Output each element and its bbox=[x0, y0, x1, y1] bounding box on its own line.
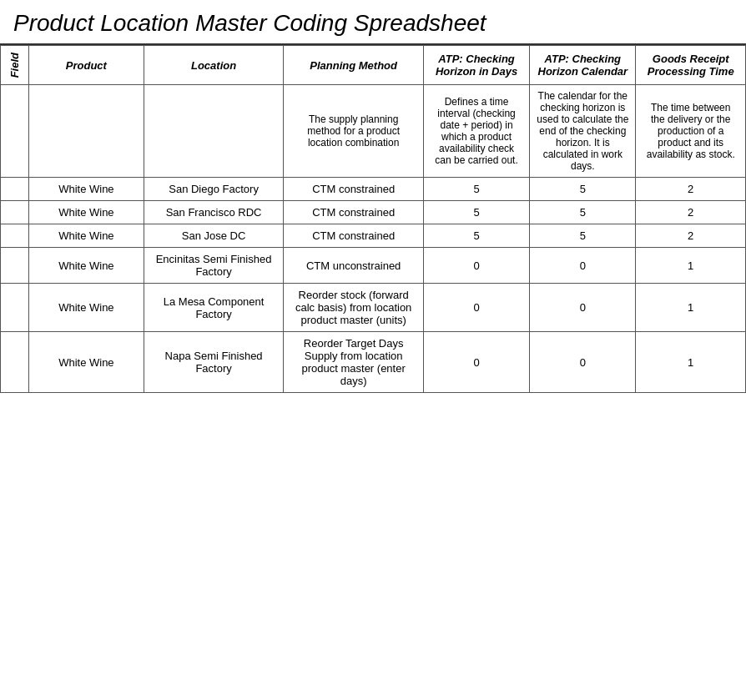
desc-location bbox=[144, 85, 284, 178]
row-atp-days: 0 bbox=[423, 248, 529, 284]
description-label-cell: Description bbox=[1, 85, 29, 178]
row-location: Encinitas Semi Finished Factory bbox=[144, 248, 284, 284]
table-row: White WineSan Jose DCCTM constrained552 bbox=[1, 224, 746, 248]
row-atp-days: 5 bbox=[423, 178, 529, 201]
row-atp-calendar: 5 bbox=[530, 178, 636, 201]
desc-atp-calendar: The calendar for the checking horizon is… bbox=[530, 85, 636, 178]
table-row: White WineEncinitas Semi Finished Factor… bbox=[1, 248, 746, 284]
page-title: Product Location Master Coding Spreadshe… bbox=[0, 0, 746, 45]
atp-calendar-header: ATP: Checking Horizon Calendar bbox=[530, 46, 636, 85]
location-header: Location bbox=[144, 46, 284, 85]
field-label: Field bbox=[8, 53, 21, 78]
row-goods-receipt: 2 bbox=[636, 201, 746, 224]
row-field-cell bbox=[1, 332, 29, 393]
row-atp-days: 5 bbox=[423, 201, 529, 224]
row-location: La Mesa Component Factory bbox=[144, 284, 284, 332]
row-location: Napa Semi Finished Factory bbox=[144, 332, 284, 393]
row-field-cell bbox=[1, 248, 29, 284]
desc-atp-days: Defines a time interval (checking date +… bbox=[423, 85, 529, 178]
row-product: White Wine bbox=[28, 224, 144, 248]
row-field-cell bbox=[1, 284, 29, 332]
row-location: San Francisco RDC bbox=[144, 201, 284, 224]
row-goods-receipt: 1 bbox=[636, 332, 746, 393]
table-row: White WineNapa Semi Finished FactoryReor… bbox=[1, 332, 746, 393]
row-planning: CTM unconstrained bbox=[284, 248, 424, 284]
row-planning: Reorder stock (forward calc basis) from … bbox=[284, 284, 424, 332]
row-product: White Wine bbox=[28, 332, 144, 393]
row-goods-receipt: 1 bbox=[636, 284, 746, 332]
header-row: Field Product Location Planning Method A… bbox=[1, 46, 746, 85]
row-planning: CTM constrained bbox=[284, 224, 424, 248]
description-row: Description The supply planning method f… bbox=[1, 85, 746, 178]
desc-product bbox=[28, 85, 144, 178]
row-planning: Reorder Target Days Supply from location… bbox=[284, 332, 424, 393]
product-header: Product bbox=[28, 46, 144, 85]
row-atp-days: 0 bbox=[423, 284, 529, 332]
desc-planning: The supply planning method for a product… bbox=[284, 85, 424, 178]
desc-goods-receipt: The time between the delivery or the pro… bbox=[636, 85, 746, 178]
field-header-cell: Field bbox=[1, 46, 29, 85]
row-goods-receipt: 1 bbox=[636, 248, 746, 284]
row-goods-receipt: 2 bbox=[636, 178, 746, 201]
table-row: White WineSan Francisco RDCCTM constrain… bbox=[1, 201, 746, 224]
goods-receipt-header: Goods Receipt Processing Time bbox=[636, 46, 746, 85]
row-atp-calendar: 0 bbox=[530, 248, 636, 284]
table-row: White WineSan Diego FactoryCTM constrain… bbox=[1, 178, 746, 201]
row-atp-calendar: 0 bbox=[530, 332, 636, 393]
row-planning: CTM constrained bbox=[284, 178, 424, 201]
table-row: White WineLa Mesa Component FactoryReord… bbox=[1, 284, 746, 332]
row-product: White Wine bbox=[28, 284, 144, 332]
row-location: San Diego Factory bbox=[144, 178, 284, 201]
row-product: White Wine bbox=[28, 178, 144, 201]
row-product: White Wine bbox=[28, 248, 144, 284]
row-location: San Jose DC bbox=[144, 224, 284, 248]
row-atp-days: 0 bbox=[423, 332, 529, 393]
row-atp-calendar: 0 bbox=[530, 284, 636, 332]
row-goods-receipt: 2 bbox=[636, 224, 746, 248]
row-field-cell bbox=[1, 201, 29, 224]
row-product: White Wine bbox=[28, 201, 144, 224]
row-planning: CTM constrained bbox=[284, 201, 424, 224]
description-label: Description bbox=[8, 103, 20, 159]
row-field-cell bbox=[1, 178, 29, 201]
atp-days-header: ATP: Checking Horizon in Days bbox=[423, 46, 529, 85]
row-atp-days: 5 bbox=[423, 224, 529, 248]
row-atp-calendar: 5 bbox=[530, 201, 636, 224]
planning-header: Planning Method bbox=[284, 46, 424, 85]
row-field-cell bbox=[1, 224, 29, 248]
row-atp-calendar: 5 bbox=[530, 224, 636, 248]
